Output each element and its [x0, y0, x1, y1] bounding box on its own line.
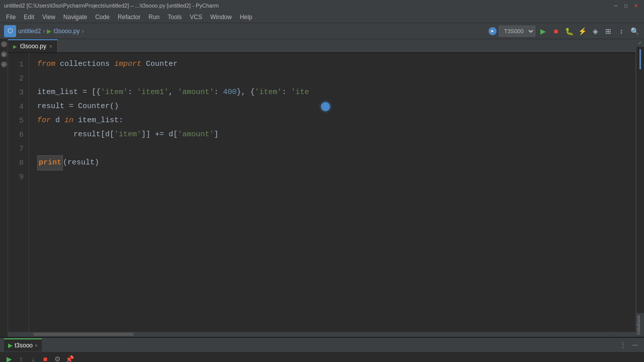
menu-help[interactable]: Help: [236, 11, 257, 23]
code-line-7: [37, 142, 635, 156]
code-line-3: item_list = [ { 'item' : 'item1' , 'amou…: [37, 85, 635, 100]
profile-button[interactable]: ◈: [590, 26, 601, 37]
menu-code[interactable]: Code: [91, 11, 114, 23]
run-rerun-button[interactable]: ▶: [4, 354, 14, 362]
breadcrumb-file[interactable]: t3sooo.py: [53, 28, 79, 35]
validation-check: ✓: [636, 39, 644, 47]
check-icon: ✓: [638, 40, 642, 46]
code-line-4: result = Counter (): [37, 100, 635, 114]
search-button[interactable]: 🔍: [629, 26, 640, 37]
line-8: 8: [8, 156, 24, 170]
run-settings[interactable]: ⚙: [52, 354, 62, 362]
line-2: 2: [8, 71, 24, 85]
main-layout: ⬡ ◉ ⊕ ▶ t3sooo.py × 1 2 3 4 5 6 7 8 9: [0, 39, 644, 337]
run-scroll-down[interactable]: ↓: [28, 354, 38, 362]
print-keyword: print: [37, 155, 63, 170]
run-button[interactable]: ▶: [537, 26, 548, 37]
line-7: 7: [8, 142, 24, 156]
run-tab-label: t3sooo: [15, 342, 33, 349]
menu-refactor[interactable]: Refactor: [114, 11, 144, 23]
breadcrumb-file-icon: ▶: [47, 28, 51, 35]
close-button[interactable]: ✕: [632, 2, 640, 10]
run-tab-left: ▶ t3sooo ×: [4, 338, 42, 351]
debug-button[interactable]: 🐛: [564, 26, 575, 37]
code-line-9: [37, 170, 635, 184]
breadcrumb: untitled2 › ▶ t3sooo.py ›: [18, 28, 487, 35]
line-9: 9: [8, 170, 24, 184]
menu-bar: File Edit View Navigate Code Refactor Ru…: [0, 11, 644, 23]
sidebar-icon-3[interactable]: ⊕: [1, 61, 7, 67]
run-content: ▶ ↑ ↓ ■ ⚙ 📌 C:\Users\t3so\PycharmProject…: [0, 352, 644, 362]
minimap[interactable]: [636, 47, 644, 313]
database-panel[interactable]: Database: [636, 313, 644, 337]
horizontal-scrollbar[interactable]: [8, 332, 635, 337]
file-tab-active[interactable]: ▶ t3sooo.py ×: [8, 39, 58, 52]
menu-tools[interactable]: Tools: [164, 11, 186, 23]
sidebar-icon-1[interactable]: ⬡: [1, 41, 7, 47]
tab-close-button[interactable]: ×: [49, 44, 52, 49]
scroll-position: [639, 49, 641, 69]
line-4: 4: [8, 100, 24, 114]
build-button[interactable]: ⊞: [603, 26, 614, 37]
tab-bar: ▶ t3sooo.py ×: [8, 39, 635, 53]
code-content[interactable]: from collections import Counter item_lis…: [29, 53, 635, 332]
scrollbar-track: [33, 333, 610, 336]
title-controls: ─ □ ✕: [612, 2, 640, 10]
run-group: ▶ T3S000 ▶ ■ 🐛 ⚡ ◈ ⊞ ↕ 🔍: [489, 26, 640, 37]
stop-button[interactable]: ■: [550, 26, 561, 37]
run-config-select[interactable]: T3S000: [499, 26, 535, 37]
code-editor[interactable]: 1 2 3 4 5 6 7 8 9 from collections impor…: [8, 53, 635, 332]
cursor-indicator: [321, 102, 330, 111]
scrollbar-thumb[interactable]: [33, 333, 134, 336]
code-line-5: for d in item_list :: [37, 114, 635, 128]
breadcrumb-project[interactable]: untitled2: [18, 28, 41, 35]
code-line-1: from collections import Counter: [37, 57, 635, 71]
run-tab-active[interactable]: ▶ t3sooo ×: [4, 338, 42, 351]
run-scroll-up[interactable]: ↑: [16, 354, 26, 362]
git-button[interactable]: ↕: [616, 26, 627, 37]
right-panels: ✓ Database: [635, 39, 644, 337]
editor-container: ▶ t3sooo.py × 1 2 3 4 5 6 7 8 9 from: [8, 39, 635, 337]
toolbar: ⬡ untitled2 › ▶ t3sooo.py › ▶ T3S000 ▶ ■…: [0, 23, 644, 39]
left-sidebar: ⬡ ◉ ⊕: [0, 39, 8, 337]
title-bar: untitled2 [C:\Users\t3so\PycharmProjects…: [0, 0, 644, 11]
code-line-6: result [ d [ 'item' ]] += d [ 'amount' ]: [37, 128, 635, 142]
run-tab-bar: ▶ t3sooo × ⋮ ─: [0, 338, 644, 352]
line-1: 1: [8, 57, 24, 71]
run-panel-menu[interactable]: ⋮: [618, 340, 628, 350]
file-icon: ▶: [13, 44, 17, 49]
run-config-icon: ▶: [489, 27, 497, 35]
run-panel: ▶ t3sooo × ⋮ ─ ▶ ↑ ↓ ■ ⚙ 📌 C:\Users\t3so…: [0, 337, 644, 362]
menu-navigate[interactable]: Navigate: [59, 11, 91, 23]
maximize-button[interactable]: □: [622, 2, 630, 10]
menu-view[interactable]: View: [38, 11, 59, 23]
menu-vcs[interactable]: VCS: [186, 11, 206, 23]
run-tab-controls: ⋮ ─: [618, 340, 640, 350]
line-numbers: 1 2 3 4 5 6 7 8 9: [8, 53, 29, 332]
code-line-2: [37, 71, 635, 85]
code-line-8: print ( result ): [37, 156, 635, 170]
run-panel-minimize[interactable]: ─: [630, 340, 640, 350]
title-text: untitled2 [C:\Users\t3so\PycharmProjects…: [4, 3, 219, 9]
project-icon: ⬡: [4, 25, 16, 37]
tab-filename: t3sooo.py: [20, 43, 46, 50]
line-6: 6: [8, 128, 24, 142]
run-stop-button[interactable]: ■: [40, 354, 50, 362]
menu-window[interactable]: Window: [206, 11, 236, 23]
run-toolbar: ▶ ↑ ↓ ■ ⚙ 📌: [4, 354, 640, 362]
run-pin[interactable]: 📌: [64, 354, 74, 362]
menu-edit[interactable]: Edit: [20, 11, 38, 23]
menu-file[interactable]: File: [2, 11, 20, 23]
coverage-button[interactable]: ⚡: [577, 26, 588, 37]
line-3: 3: [8, 85, 24, 100]
run-icon: ▶: [8, 342, 13, 349]
sidebar-icon-2[interactable]: ◉: [1, 51, 7, 57]
line-5: 5: [8, 114, 24, 128]
run-tab-close[interactable]: ×: [35, 343, 38, 348]
minimize-button[interactable]: ─: [612, 2, 620, 10]
menu-run[interactable]: Run: [144, 11, 164, 23]
